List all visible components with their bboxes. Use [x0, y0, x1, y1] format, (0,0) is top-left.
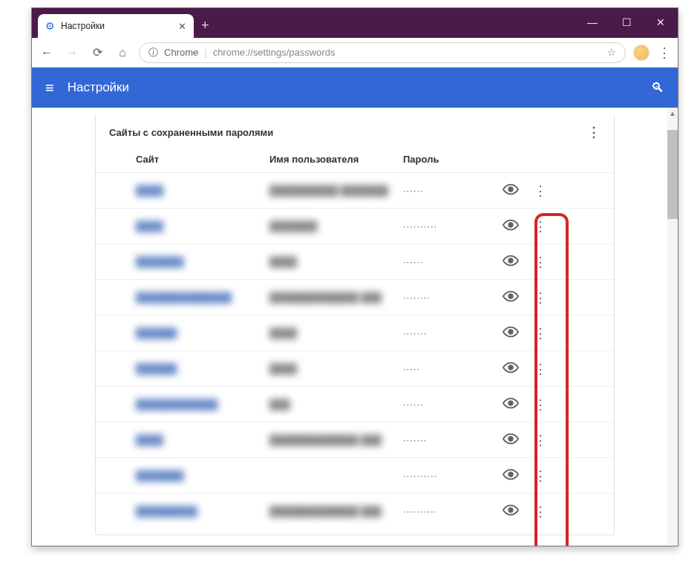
site-cell[interactable]: █████████: [136, 506, 269, 517]
password-cell: ·······: [403, 434, 492, 445]
row-menu-button[interactable]: ⋮: [529, 290, 552, 306]
site-cell[interactable]: ███████: [136, 470, 269, 481]
row-menu-button[interactable]: ⋮: [529, 468, 552, 484]
password-cell: ········: [403, 292, 492, 303]
password-cell: ··········: [403, 470, 492, 481]
tab-title: Настройки: [61, 21, 105, 31]
close-window-button[interactable]: ✕: [644, 8, 678, 36]
content-area[interactable]: Сайты с сохраненными паролями ⋮ Сайт Имя…: [32, 108, 678, 546]
site-info-icon[interactable]: ⓘ: [148, 46, 158, 59]
password-cell: ······: [403, 185, 492, 196]
show-password-button[interactable]: [492, 359, 529, 378]
url-bar: ← → ⟳ ⌂ ⓘ Chrome | chrome://settings/pas…: [32, 38, 678, 68]
site-cell[interactable]: ████: [136, 434, 269, 445]
username-cell: [269, 470, 403, 481]
row-menu-button[interactable]: ⋮: [529, 218, 552, 235]
table-row: ███████████████████████████ ███········⋮: [96, 279, 614, 315]
password-rows: ██████████████ ███████······⋮███████████…: [96, 172, 614, 529]
table-row: ███████████······⋮: [96, 244, 614, 279]
site-cell[interactable]: ██████: [136, 363, 269, 374]
row-menu-button[interactable]: ⋮: [529, 254, 552, 270]
svg-point-0: [508, 187, 513, 192]
app-window: ⚙ Настройки ✕ + — ☐ ✕ ← → ⟳ ⌂ ⓘ Chrome |…: [31, 7, 678, 546]
password-cell: ·······: [403, 327, 492, 339]
scrollbar-thumb[interactable]: [667, 130, 678, 219]
row-menu-button[interactable]: ⋮: [529, 432, 552, 448]
bookmark-star-icon[interactable]: ☆: [607, 47, 616, 58]
browser-tab[interactable]: ⚙ Настройки ✕: [38, 14, 194, 38]
row-menu-button[interactable]: ⋮: [529, 361, 552, 377]
row-menu-button[interactable]: ⋮: [529, 183, 552, 199]
search-icon[interactable]: 🔍︎: [651, 80, 664, 96]
show-password-button[interactable]: [492, 431, 529, 449]
url-divider: |: [204, 47, 206, 58]
username-cell: ██████████ ███████: [269, 185, 403, 196]
table-row: ███████████████······⋮: [96, 386, 614, 422]
table-row: ███████··········⋮: [96, 457, 614, 493]
close-tab-icon[interactable]: ✕: [178, 21, 186, 32]
scroll-up-arrow[interactable]: ▲: [668, 109, 677, 118]
show-password-button[interactable]: [492, 181, 529, 200]
show-password-button[interactable]: [492, 324, 529, 342]
card-title: Сайты с сохраненными паролями: [109, 127, 273, 138]
password-cell: ······: [403, 399, 492, 410]
back-button[interactable]: ←: [38, 46, 56, 59]
svg-point-9: [508, 508, 513, 512]
table-row: ██████████·····⋮: [96, 350, 614, 386]
url-text: chrome://settings/passwords: [213, 47, 336, 58]
col-header-username: Имя пользователя: [269, 154, 403, 165]
password-cell: ··········: [403, 506, 492, 517]
show-password-button[interactable]: [492, 217, 529, 235]
omnibox[interactable]: ⓘ Chrome | chrome://settings/passwords ☆: [139, 42, 626, 63]
site-cell[interactable]: ████████████: [136, 399, 269, 410]
menu-icon[interactable]: ≡: [45, 79, 54, 97]
window-controls: — ☐ ✕: [575, 8, 678, 36]
site-cell[interactable]: ██████: [136, 327, 269, 339]
table-row: █████████████████ ███·······⋮: [96, 422, 614, 457]
site-cell[interactable]: ████: [136, 220, 269, 232]
row-menu-button[interactable]: ⋮: [529, 396, 552, 413]
row-menu-button[interactable]: ⋮: [529, 503, 552, 520]
username-cell: ███████: [269, 220, 403, 232]
col-header-site: Сайт: [136, 154, 269, 165]
site-cell[interactable]: ████: [136, 185, 269, 196]
password-cell: ··········: [403, 220, 492, 232]
svg-point-1: [508, 223, 513, 227]
show-password-button[interactable]: [492, 395, 529, 414]
profile-avatar[interactable]: [633, 45, 650, 61]
url-scheme-label: Chrome: [164, 47, 198, 58]
svg-point-8: [508, 472, 513, 477]
table-header: Сайт Имя пользователя Пароль: [96, 146, 614, 172]
username-cell: ████: [269, 256, 403, 267]
home-button[interactable]: ⌂: [114, 46, 131, 59]
settings-header: ≡ Настройки 🔍︎: [32, 68, 678, 108]
show-password-button[interactable]: [492, 502, 529, 520]
row-menu-button[interactable]: ⋮: [529, 325, 552, 342]
new-tab-button[interactable]: +: [201, 18, 209, 33]
titlebar: ⚙ Настройки ✕ + — ☐ ✕: [32, 8, 678, 38]
username-cell: █████████████ ███: [269, 434, 403, 445]
site-cell[interactable]: ███████: [136, 256, 269, 267]
site-cell[interactable]: ██████████████: [136, 292, 269, 303]
table-row: ██████████·······⋮: [96, 315, 614, 350]
card-header: Сайты с сохраненными паролями ⋮: [96, 115, 614, 146]
maximize-button[interactable]: ☐: [609, 8, 644, 36]
show-password-button[interactable]: [492, 288, 529, 307]
username-cell: █████████████ ███: [269, 506, 403, 517]
username-cell: ███: [269, 399, 403, 410]
table-row: ██████████████ ███████······⋮: [96, 172, 614, 208]
show-password-button[interactable]: [492, 466, 529, 485]
svg-point-5: [508, 365, 513, 370]
forward-button: →: [63, 46, 81, 59]
reload-button[interactable]: ⟳: [88, 45, 106, 59]
table-row: ██████████████████████ ███··········⋮: [96, 493, 614, 529]
username-cell: ████: [269, 363, 403, 374]
browser-menu-button[interactable]: ⋮: [657, 45, 672, 61]
username-cell: █████████████ ███: [269, 292, 403, 303]
minimize-button[interactable]: —: [575, 8, 609, 36]
show-password-button[interactable]: [492, 252, 529, 271]
card-menu-button[interactable]: ⋮: [587, 124, 601, 140]
table-row: ███████████··········⋮: [96, 208, 614, 244]
password-cell: ·····: [403, 363, 492, 374]
password-cell: ······: [403, 256, 492, 267]
